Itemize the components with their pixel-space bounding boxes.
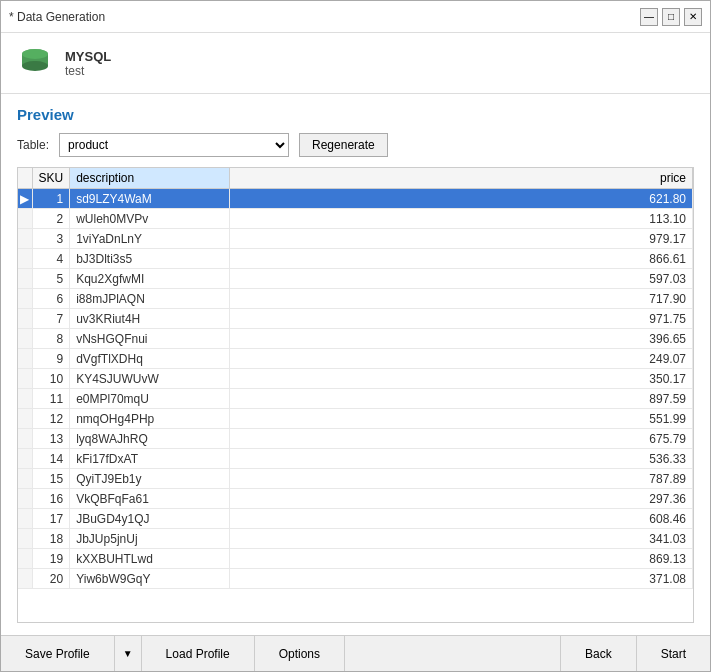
table-row[interactable]: 14kFi17fDxAT536.33 bbox=[18, 449, 693, 469]
table-row[interactable]: 19kXXBUHTLwd869.13 bbox=[18, 549, 693, 569]
row-description: Yiw6bW9GqY bbox=[70, 569, 230, 589]
load-profile-button[interactable]: Load Profile bbox=[142, 636, 255, 671]
save-profile-button[interactable]: Save Profile bbox=[1, 636, 115, 671]
row-num: 13 bbox=[32, 429, 70, 449]
table-row[interactable]: 9dVgfTlXDHq249.07 bbox=[18, 349, 693, 369]
row-indicator-cell bbox=[18, 549, 32, 569]
row-description: QyiTJ9Eb1y bbox=[70, 469, 230, 489]
table-wrapper: SKU description price ▶1sd9LZY4WaM621.80… bbox=[17, 167, 694, 623]
row-price: 536.33 bbox=[230, 449, 693, 469]
row-price: 551.99 bbox=[230, 409, 693, 429]
row-indicator-cell bbox=[18, 469, 32, 489]
row-indicator-cell bbox=[18, 489, 32, 509]
table-row[interactable]: ▶1sd9LZY4WaM621.80 bbox=[18, 189, 693, 209]
row-num: 8 bbox=[32, 329, 70, 349]
svg-point-3 bbox=[22, 49, 48, 59]
row-num: 6 bbox=[32, 289, 70, 309]
row-num: 11 bbox=[32, 389, 70, 409]
save-profile-arrow[interactable]: ▼ bbox=[115, 636, 142, 671]
table-row[interactable]: 15QyiTJ9Eb1y787.89 bbox=[18, 469, 693, 489]
table-select[interactable]: product bbox=[59, 133, 289, 157]
row-description: Kqu2XgfwMI bbox=[70, 269, 230, 289]
row-description: e0MPl70mqU bbox=[70, 389, 230, 409]
row-indicator-cell bbox=[18, 409, 32, 429]
row-num: 15 bbox=[32, 469, 70, 489]
row-price: 979.17 bbox=[230, 229, 693, 249]
data-table-container[interactable]: SKU description price ▶1sd9LZY4WaM621.80… bbox=[17, 167, 694, 623]
row-indicator-cell bbox=[18, 289, 32, 309]
db-name: test bbox=[65, 64, 111, 78]
table-label: Table: bbox=[17, 138, 49, 152]
row-description: JbJUp5jnUj bbox=[70, 529, 230, 549]
row-num: 9 bbox=[32, 349, 70, 369]
table-row[interactable]: 6i88mJPlAQN717.90 bbox=[18, 289, 693, 309]
maximize-button[interactable]: □ bbox=[662, 8, 680, 26]
row-indicator-cell bbox=[18, 449, 32, 469]
row-description: JBuGD4y1QJ bbox=[70, 509, 230, 529]
row-indicator-cell bbox=[18, 369, 32, 389]
table-body: ▶1sd9LZY4WaM621.802wUleh0MVPv113.1031viY… bbox=[18, 189, 693, 589]
row-indicator-cell bbox=[18, 249, 32, 269]
sku-header: SKU bbox=[32, 168, 70, 189]
row-description: lyq8WAJhRQ bbox=[70, 429, 230, 449]
svg-point-2 bbox=[22, 61, 48, 71]
close-button[interactable]: ✕ bbox=[684, 8, 702, 26]
table-row[interactable]: 10KY4SJUWUvW350.17 bbox=[18, 369, 693, 389]
table-row[interactable]: 18JbJUp5jnUj341.03 bbox=[18, 529, 693, 549]
regenerate-button[interactable]: Regenerate bbox=[299, 133, 388, 157]
options-button[interactable]: Options bbox=[255, 636, 345, 671]
row-description: kFi17fDxAT bbox=[70, 449, 230, 469]
row-description: i88mJPlAQN bbox=[70, 289, 230, 309]
description-header: description bbox=[70, 168, 230, 189]
row-description: bJ3Dlti3s5 bbox=[70, 249, 230, 269]
row-description: uv3KRiut4H bbox=[70, 309, 230, 329]
row-num: 12 bbox=[32, 409, 70, 429]
row-num: 14 bbox=[32, 449, 70, 469]
row-description: dVgfTlXDHq bbox=[70, 349, 230, 369]
row-num: 10 bbox=[32, 369, 70, 389]
row-num: 18 bbox=[32, 529, 70, 549]
row-num: 20 bbox=[32, 569, 70, 589]
table-row[interactable]: 2wUleh0MVPv113.10 bbox=[18, 209, 693, 229]
table-row[interactable]: 17JBuGD4y1QJ608.46 bbox=[18, 509, 693, 529]
row-num: 19 bbox=[32, 549, 70, 569]
row-price: 249.07 bbox=[230, 349, 693, 369]
row-indicator-cell: ▶ bbox=[18, 189, 32, 209]
minimize-button[interactable]: — bbox=[640, 8, 658, 26]
back-button[interactable]: Back bbox=[560, 636, 636, 671]
table-row[interactable]: 31viYaDnLnY979.17 bbox=[18, 229, 693, 249]
table-row[interactable]: 11e0MPl70mqU897.59 bbox=[18, 389, 693, 409]
row-indicator-cell bbox=[18, 509, 32, 529]
start-button[interactable]: Start bbox=[636, 636, 710, 671]
row-indicator-cell bbox=[18, 229, 32, 249]
row-indicator-header bbox=[18, 168, 32, 189]
table-row[interactable]: 13lyq8WAJhRQ675.79 bbox=[18, 429, 693, 449]
main-window: * Data Generation — □ ✕ MYSQL test Previ… bbox=[0, 0, 711, 672]
row-num: 4 bbox=[32, 249, 70, 269]
row-description: nmqOHg4PHp bbox=[70, 409, 230, 429]
row-price: 971.75 bbox=[230, 309, 693, 329]
table-row[interactable]: 8vNsHGQFnui396.65 bbox=[18, 329, 693, 349]
main-content: Preview Table: product Regenerate SKU de… bbox=[1, 94, 710, 635]
row-num: 2 bbox=[32, 209, 70, 229]
row-price: 608.46 bbox=[230, 509, 693, 529]
window-title: * Data Generation bbox=[9, 10, 640, 24]
table-header-row: SKU description price bbox=[18, 168, 693, 189]
row-indicator-cell bbox=[18, 209, 32, 229]
db-info: MYSQL test bbox=[65, 49, 111, 78]
row-indicator-cell bbox=[18, 309, 32, 329]
table-row[interactable]: 4bJ3Dlti3s5866.61 bbox=[18, 249, 693, 269]
row-description: vNsHGQFnui bbox=[70, 329, 230, 349]
row-price: 675.79 bbox=[230, 429, 693, 449]
table-row[interactable]: 5Kqu2XgfwMI597.03 bbox=[18, 269, 693, 289]
row-indicator-cell bbox=[18, 329, 32, 349]
row-price: 341.03 bbox=[230, 529, 693, 549]
table-selector: Table: product Regenerate bbox=[17, 133, 694, 157]
table-row[interactable]: 16VkQBFqFa61297.36 bbox=[18, 489, 693, 509]
table-row[interactable]: 20Yiw6bW9GqY371.08 bbox=[18, 569, 693, 589]
table-row[interactable]: 7uv3KRiut4H971.75 bbox=[18, 309, 693, 329]
row-num: 1 bbox=[32, 189, 70, 209]
row-indicator-cell bbox=[18, 269, 32, 289]
row-description: VkQBFqFa61 bbox=[70, 489, 230, 509]
table-row[interactable]: 12nmqOHg4PHp551.99 bbox=[18, 409, 693, 429]
